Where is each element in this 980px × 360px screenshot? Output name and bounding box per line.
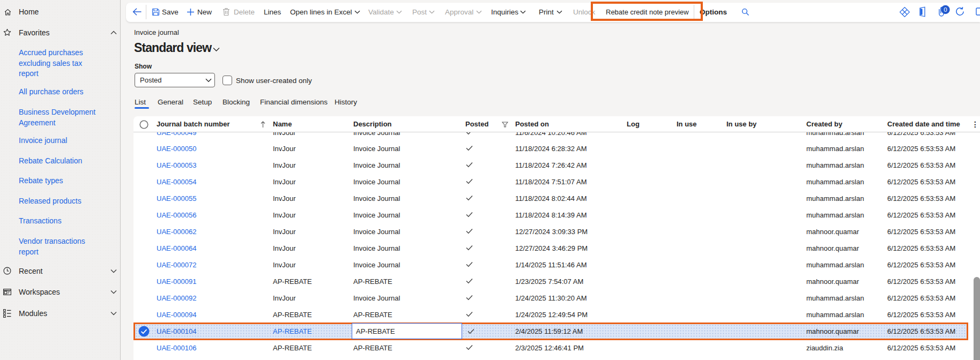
- svg-text:0: 0: [944, 6, 947, 13]
